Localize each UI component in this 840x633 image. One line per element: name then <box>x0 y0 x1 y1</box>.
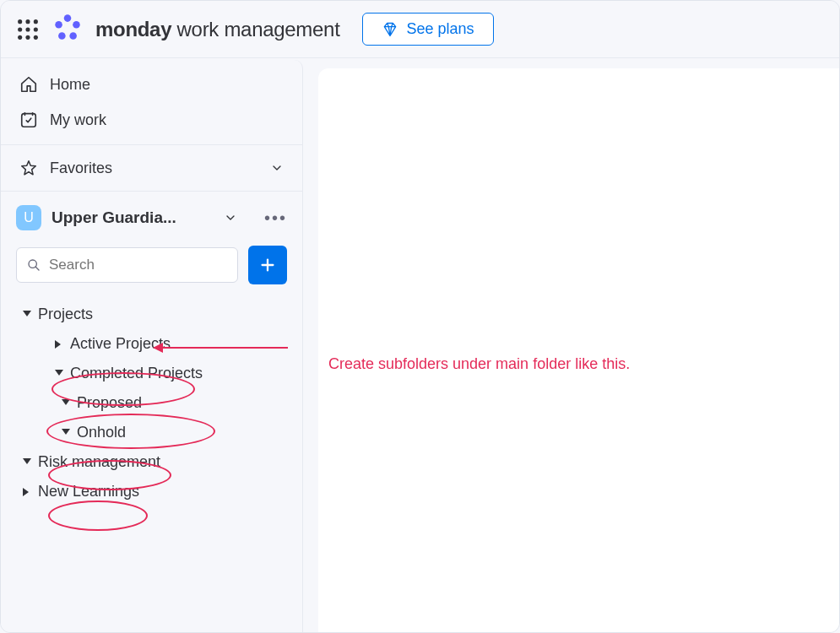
svg-point-9 <box>64 14 72 22</box>
svg-point-4 <box>25 27 30 31</box>
workspace-tree: Projects Active Projects Completed Proje… <box>1 296 302 506</box>
svg-point-5 <box>34 27 38 31</box>
svg-point-13 <box>69 32 77 40</box>
search-add-row <box>1 237 302 296</box>
workspace-badge: U <box>16 205 41 230</box>
tree-item-label: Onhold <box>77 424 126 441</box>
sidebar-search[interactable] <box>16 247 238 283</box>
caret-right-icon <box>23 488 31 496</box>
svg-point-11 <box>73 20 80 28</box>
search-input[interactable] <box>49 257 227 273</box>
workspace-name: Upper Guardia... <box>51 208 212 227</box>
tree-item-projects[interactable]: Projects <box>1 300 302 329</box>
annotation-text: Create subfolders under main folder like… <box>328 355 630 373</box>
tree-item-active-projects[interactable]: Active Projects <box>1 329 302 359</box>
plus-icon <box>258 256 277 274</box>
tree-item-label: Completed Projects <box>70 365 203 382</box>
main-layout: Home My work Favorites <box>1 58 839 632</box>
svg-point-1 <box>25 19 30 24</box>
sidebar-item-label: Home <box>50 76 90 94</box>
annotation-arrow <box>161 347 288 349</box>
sidebar-divider <box>1 191 302 192</box>
diamond-icon <box>382 21 398 38</box>
svg-point-2 <box>34 19 38 24</box>
chevron-down-icon <box>270 161 284 175</box>
apps-grid-icon[interactable] <box>16 18 40 41</box>
tree-item-risk-management[interactable]: Risk management <box>1 447 302 477</box>
tree-item-completed-projects[interactable]: Completed Projects <box>1 359 302 388</box>
tree-item-label: Risk management <box>38 453 160 471</box>
svg-point-3 <box>18 27 22 31</box>
svg-point-10 <box>55 20 62 28</box>
workspace-selector[interactable]: U Upper Guardia... ••• <box>1 198 302 237</box>
caret-down-icon <box>23 458 31 467</box>
product-name: monday work management <box>95 18 340 41</box>
svg-point-0 <box>18 19 22 24</box>
sidebar-item-favorites[interactable]: Favorites <box>1 149 302 187</box>
sidebar: Home My work Favorites <box>1 60 303 632</box>
home-icon <box>19 75 38 94</box>
tree-item-new-learnings[interactable]: New Learnings <box>1 477 302 506</box>
sidebar-item-mywork[interactable]: My work <box>1 102 302 138</box>
chevron-down-icon[interactable] <box>224 211 237 225</box>
favorites-label: Favorites <box>50 160 112 177</box>
sidebar-divider <box>1 144 302 145</box>
sidebar-item-home[interactable]: Home <box>1 67 302 102</box>
svg-point-8 <box>34 35 38 39</box>
search-icon <box>27 257 41 273</box>
tree-item-label: New Learnings <box>38 483 139 500</box>
tree-item-proposed[interactable]: Proposed <box>1 388 302 418</box>
top-bar: monday work management See plans <box>1 1 839 58</box>
caret-down-icon <box>55 370 63 378</box>
see-plans-button[interactable]: See plans <box>362 13 494 46</box>
monday-logo-icon <box>51 12 84 47</box>
svg-point-6 <box>18 35 22 39</box>
star-icon <box>19 159 38 177</box>
see-plans-label: See plans <box>407 20 474 38</box>
caret-down-icon <box>62 429 70 437</box>
main-content: Create subfolders under main folder like… <box>318 68 839 632</box>
tree-item-label: Projects <box>38 306 93 323</box>
caret-right-icon <box>55 340 63 349</box>
mywork-icon <box>19 111 38 129</box>
sidebar-nav-section: Home My work <box>1 60 302 141</box>
svg-point-7 <box>25 35 30 39</box>
workspace-menu-icon[interactable]: ••• <box>264 208 287 228</box>
sidebar-item-label: My work <box>50 111 106 129</box>
caret-down-icon <box>62 399 70 408</box>
caret-down-icon <box>23 311 31 319</box>
add-button[interactable] <box>248 246 287 284</box>
tree-item-label: Proposed <box>77 394 142 412</box>
product-name-bold: monday <box>95 18 171 41</box>
svg-point-12 <box>58 32 66 40</box>
tree-item-onhold[interactable]: Onhold <box>1 418 302 447</box>
product-name-light: work management <box>171 18 339 41</box>
